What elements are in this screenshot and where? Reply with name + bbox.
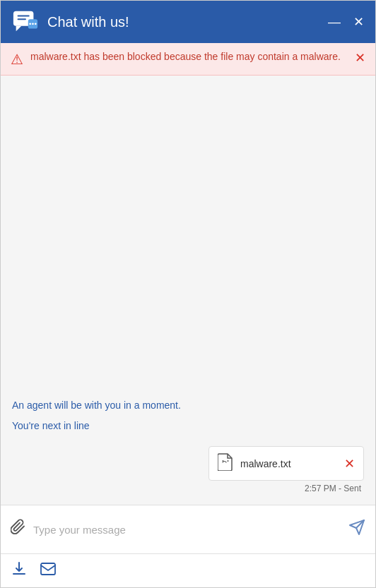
svg-marker-1 — [16, 26, 22, 32]
agent-message: An agent will be with you in a moment. — [12, 398, 364, 413]
file-name: malware.txt — [240, 458, 337, 469]
bottom-bar — [1, 553, 375, 587]
svg-point-8 — [223, 460, 224, 462]
warning-close-button[interactable]: ✕ — [355, 50, 365, 66]
window-controls: — ✕ — [328, 16, 364, 28]
file-bubble: malware.txt ✕ — [208, 446, 364, 481]
svg-point-3 — [29, 23, 31, 25]
file-icon — [218, 452, 233, 474]
svg-point-9 — [228, 460, 229, 462]
svg-point-5 — [35, 23, 37, 25]
sent-timestamp: 2:57 PM - Sent — [305, 484, 364, 493]
warning-circle-icon: ⚠ — [11, 51, 23, 68]
input-row — [11, 512, 365, 546]
chat-icon — [12, 8, 39, 35]
chat-messages: An agent will be with you in a moment. Y… — [12, 398, 364, 493]
sent-file-container: malware.txt ✕ 2:57 PM - Sent — [12, 446, 364, 493]
chat-window: Chat with us! — ✕ ⚠ malware.txt has been… — [0, 0, 376, 588]
attach-button[interactable] — [11, 518, 26, 541]
download-icon[interactable] — [12, 561, 26, 580]
title-bar: Chat with us! — ✕ — [1, 1, 375, 43]
message-input[interactable] — [33, 524, 341, 536]
chat-body: An agent will be with you in a moment. Y… — [1, 76, 375, 505]
input-area — [1, 505, 375, 553]
svg-rect-7 — [18, 18, 26, 20]
close-button[interactable]: ✕ — [353, 16, 364, 28]
svg-point-4 — [32, 23, 34, 25]
queue-message: You're next in line — [12, 419, 364, 433]
warning-banner: ⚠ malware.txt has been blocked because t… — [1, 43, 375, 76]
file-remove-button[interactable]: ✕ — [344, 456, 355, 472]
email-icon[interactable] — [40, 563, 56, 579]
svg-rect-6 — [18, 16, 30, 17]
warning-text: malware.txt has been blocked because the… — [30, 50, 348, 64]
send-button[interactable] — [348, 519, 365, 540]
svg-rect-10 — [41, 563, 55, 575]
window-title: Chat with us! — [47, 14, 328, 30]
minimize-button[interactable]: — — [328, 16, 341, 28]
